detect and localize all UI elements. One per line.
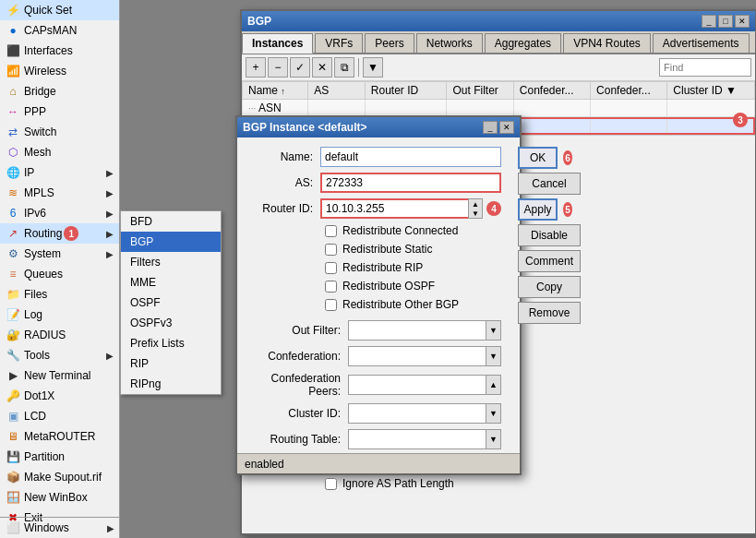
submenu-item-ripng[interactable]: RIPng — [121, 374, 221, 394]
search-input[interactable] — [659, 58, 751, 77]
redistribute-static-row: Redistribute Static — [325, 243, 501, 256]
filter-button[interactable]: ▼ — [363, 57, 383, 78]
sidebar-item-files[interactable]: 📁 Files — [0, 284, 119, 305]
sidebar-item-capsman[interactable]: ● CAPsMAN — [0, 20, 119, 41]
sidebar-item-radius[interactable]: 🔐 RADIUS — [0, 325, 119, 345]
redistribute-ospf-label: Redistribute OSPF — [342, 280, 435, 293]
router-id-spinner[interactable]: ▲ ▼ — [468, 198, 483, 219]
tab-vrfs[interactable]: VRFs — [315, 33, 363, 53]
sidebar-item-tools[interactable]: 🔧 Tools ▶ — [0, 345, 119, 365]
dialog-close-button[interactable]: ✕ — [499, 121, 514, 134]
col-router-id[interactable]: Router ID — [365, 82, 447, 100]
disable-button[interactable]: Disable — [518, 224, 581, 246]
sidebar-item-queues[interactable]: ≡ Queues — [0, 264, 119, 284]
redistribute-static-checkbox[interactable] — [325, 244, 337, 256]
redistribute-connected-checkbox[interactable] — [325, 225, 337, 237]
submenu-item-bfd[interactable]: BFD — [121, 211, 221, 232]
routing-table-select[interactable] — [348, 429, 486, 449]
copy-button[interactable]: Copy — [518, 276, 581, 298]
tab-vpn4-routes[interactable]: VPN4 Routes — [563, 33, 651, 53]
sidebar-item-quick-set[interactable]: ⚡ Quick Set — [0, 0, 119, 20]
tab-instances[interactable]: Instances — [242, 33, 313, 54]
disable-button[interactable]: ✕ — [312, 57, 332, 78]
col-as[interactable]: AS — [308, 82, 366, 100]
bgp-close-button[interactable]: ✕ — [735, 15, 750, 28]
sidebar-item-wireless[interactable]: 📶 Wireless — [0, 61, 119, 81]
sidebar-item-new-winbox[interactable]: 🪟 New WinBox — [0, 487, 119, 508]
cluster-id-select[interactable] — [348, 403, 486, 424]
redistribute-rip-checkbox[interactable] — [325, 262, 337, 274]
sidebar-item-new-terminal[interactable]: ▶ New Terminal — [0, 365, 119, 386]
prefix-lists-label: Prefix Lists — [130, 337, 185, 350]
sidebar-item-make-supout[interactable]: 📦 Make Supout.rif — [0, 467, 119, 487]
submenu-item-ospfv3[interactable]: OSPFv3 — [121, 313, 221, 333]
submenu-item-mme[interactable]: MME — [121, 272, 221, 293]
remove-button[interactable]: − — [268, 57, 288, 78]
router-id-input[interactable] — [320, 198, 468, 219]
bgp-instance-controls: _ ✕ — [483, 121, 514, 134]
submenu-item-ospf[interactable]: OSPF — [121, 293, 221, 313]
router-id-row: Router ID: ▲ ▼ 4 — [246, 198, 501, 219]
submenu-item-filters[interactable]: Filters — [121, 252, 221, 272]
tab-networks[interactable]: Networks — [416, 33, 483, 53]
name-input[interactable] — [320, 147, 501, 167]
sidebar-item-ip[interactable]: 🌐 IP ▶ — [0, 162, 119, 183]
confederation-arrow[interactable]: ▼ — [486, 346, 501, 366]
sidebar-item-dot1x[interactable]: 🔑 Dot1X — [0, 386, 119, 406]
dialog-content: Name: AS: Router ID: ▲ ▼ — [237, 137, 520, 499]
remove-button[interactable]: Remove — [518, 302, 581, 324]
sidebar-item-label: Dot1X — [24, 389, 54, 402]
col-name[interactable]: Name ↑ — [243, 82, 308, 100]
sidebar-item-partition[interactable]: 💾 Partition — [0, 447, 119, 467]
confederation-select[interactable] — [348, 346, 486, 366]
out-filter-arrow[interactable]: ▼ — [486, 320, 501, 341]
routing-table-arrow[interactable]: ▼ — [486, 429, 501, 449]
tab-peers[interactable]: Peers — [365, 33, 414, 53]
as-input[interactable] — [320, 173, 501, 193]
col-confeder2[interactable]: Confeder... — [591, 82, 667, 100]
redistribute-other-bgp-checkbox[interactable] — [325, 299, 337, 311]
enable-button[interactable]: ✓ — [290, 57, 310, 78]
col-out-filter[interactable]: Out Filter — [447, 82, 513, 100]
bgp-minimize-button[interactable]: _ — [702, 15, 716, 28]
sidebar-item-mesh[interactable]: ⬡ Mesh — [0, 142, 119, 162]
confederation-label: Confederation: — [246, 350, 348, 363]
sidebar-item-bridge[interactable]: ⌂ Bridge — [0, 81, 119, 102]
sidebar-item-windows[interactable]: ⬜ Windows ▶ — [0, 518, 120, 538]
ok-button[interactable]: OK — [518, 147, 558, 169]
sidebar-item-ipv6[interactable]: 6 IPv6 ▶ — [0, 203, 119, 223]
col-cluster-id[interactable]: Cluster ID ▼ — [667, 82, 755, 100]
sidebar-item-interfaces[interactable]: ⬛ Interfaces — [0, 41, 119, 61]
add-button[interactable]: + — [246, 57, 266, 78]
spinner-up-icon[interactable]: ▲ — [469, 199, 482, 209]
sidebar-item-metarouter[interactable]: 🖥 MetaROUTER — [0, 426, 119, 447]
sidebar-item-routing[interactable]: ↗ Routing 1 ▶ — [0, 223, 119, 244]
confederation-peers-arrow[interactable]: ▲ — [486, 375, 501, 395]
dialog-minimize-button[interactable]: _ — [483, 121, 498, 134]
table-row[interactable]: ··· ASN — [243, 100, 755, 117]
cluster-id-arrow[interactable]: ▼ — [486, 403, 501, 424]
submenu-item-rip[interactable]: RIP — [121, 353, 221, 374]
comment-button[interactable]: Comment — [518, 250, 581, 272]
tab-advertisements[interactable]: Advertisements — [653, 33, 750, 53]
cancel-button[interactable]: Cancel — [518, 173, 581, 195]
tab-aggregates[interactable]: Aggregates — [485, 33, 561, 53]
col-confeder1[interactable]: Confeder... — [513, 82, 590, 100]
apply-button[interactable]: Apply — [518, 198, 558, 221]
copy-toolbar-button[interactable]: ⧉ — [334, 57, 354, 78]
submenu-item-prefix-lists[interactable]: Prefix Lists — [121, 333, 221, 353]
sidebar-item-switch[interactable]: ⇄ Switch — [0, 122, 119, 142]
confederation-peers-select[interactable] — [348, 375, 486, 395]
bgp-maximize-button[interactable]: □ — [718, 15, 733, 28]
spinner-down-icon[interactable]: ▼ — [469, 209, 482, 218]
sidebar-item-ppp[interactable]: ↔ PPP — [0, 102, 119, 122]
sidebar-item-system[interactable]: ⚙ System ▶ — [0, 244, 119, 264]
sidebar-item-log[interactable]: 📝 Log — [0, 305, 119, 325]
ipv6-arrow-icon: ▶ — [106, 209, 114, 219]
out-filter-select[interactable] — [348, 320, 486, 341]
submenu-item-bgp[interactable]: BGP — [121, 232, 221, 252]
ignore-as-path-checkbox[interactable] — [325, 478, 337, 490]
sidebar-item-mpls[interactable]: ≋ MPLS ▶ — [0, 183, 119, 203]
redistribute-ospf-checkbox[interactable] — [325, 281, 337, 293]
sidebar-item-lcd[interactable]: ▣ LCD — [0, 406, 119, 426]
